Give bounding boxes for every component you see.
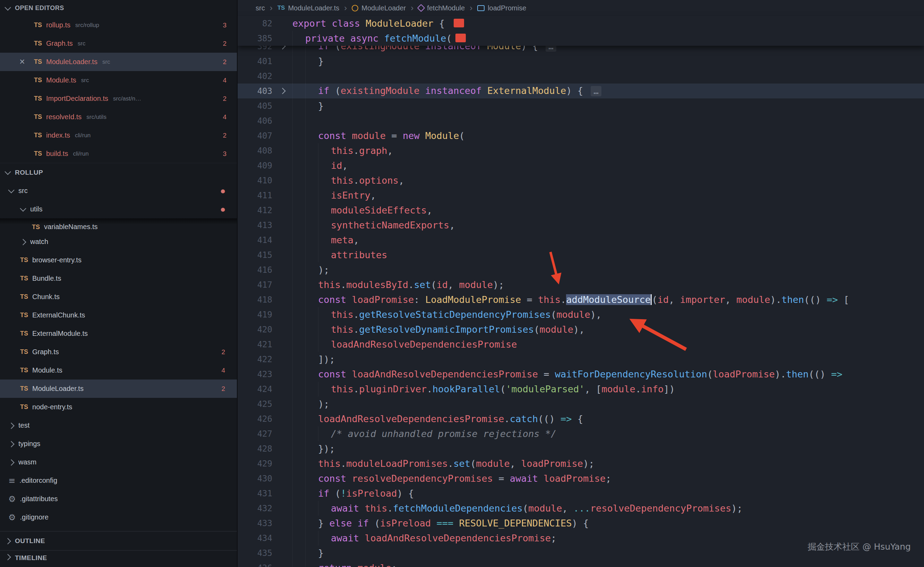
tree-folder-typings[interactable]: typings — [0, 435, 237, 453]
code-line-409[interactable]: 409id, — [238, 158, 924, 173]
tree-root-header[interactable]: ROLLUP — [0, 163, 237, 182]
code-text: return module; — [292, 560, 397, 567]
code-line-401[interactable]: 401} — [238, 54, 924, 69]
tree-item-label: ModuleLoader.ts — [32, 385, 84, 393]
ts-file-icon: TS — [20, 330, 28, 337]
code-line-412[interactable]: 412moduleSideEffects, — [238, 203, 924, 218]
open-editor-filepath: cli/run — [75, 132, 90, 139]
tree-file-Module.ts[interactable]: TSModule.ts4 — [0, 361, 237, 380]
code-line-432[interactable]: 432await this.fetchModuleDependencies(mo… — [238, 501, 924, 516]
code-text: this.options, — [292, 173, 404, 188]
tree-file-Bundle.ts[interactable]: TSBundle.ts — [0, 269, 237, 288]
open-editor-item[interactable]: TSModule.tssrc4 — [0, 71, 237, 89]
code-line-427[interactable]: 427/* avoid unhandled promise rejections… — [238, 426, 924, 441]
tree-folder-utils[interactable]: utils● — [0, 200, 237, 218]
code-line-421[interactable]: 421loadAndResolveDependenciesPromise — [238, 337, 924, 352]
open-editor-item[interactable]: TSresolveId.tssrc/utils4 — [0, 108, 237, 126]
code-line-436[interactable]: 436return module; — [238, 560, 924, 567]
close-icon[interactable]: × — [20, 57, 34, 66]
code-line-433[interactable]: 433} else if (isPreload === RESOLVE_DEPE… — [238, 516, 924, 531]
line-number: 425 — [238, 399, 272, 409]
code-line-403[interactable]: 403if (existingModule instanceof Externa… — [238, 84, 924, 98]
code-line-425[interactable]: 425); — [238, 396, 924, 411]
code-line-416[interactable]: 416); — [238, 262, 924, 277]
tree-folder-wasm[interactable]: wasm — [0, 453, 237, 471]
code-text: const loadPromise: LoadModulePromise = t… — [292, 292, 849, 307]
code-line-429[interactable]: 429this.moduleLoadPromises.set(module, l… — [238, 456, 924, 471]
code-line-420[interactable]: 420this.getResolveDynamicImportPromises(… — [238, 322, 924, 337]
outline-header[interactable]: OUTLINE — [0, 531, 237, 550]
tree-file-node-entry.ts[interactable]: TSnode-entry.ts — [0, 398, 237, 416]
code-line-411[interactable]: 411isEntry, — [238, 188, 924, 203]
code-line-407[interactable]: 407const module = new Module( — [238, 128, 924, 143]
breadcrumb-item-ModuleLoader[interactable]: ModuleLoader — [352, 4, 406, 12]
fold-collapsed-icon[interactable] — [272, 89, 292, 93]
code-editor: src›TSModuleLoader.ts›ModuleLoader›fetch… — [238, 0, 924, 567]
tree-file-variableNames.ts[interactable]: TSvariableNames.ts — [0, 218, 237, 232]
tree-folder-watch[interactable]: watch — [0, 232, 237, 251]
tree-item-label: utils — [30, 205, 43, 213]
tree-file-.lintstagedrc.js[interactable]: JS.lintstagedrc.js — [0, 526, 237, 531]
code-line-426[interactable]: 426loadAndResolveDependenciesPromise.cat… — [238, 411, 924, 426]
code-line-82[interactable]: 82export class ModuleLoader { — [238, 16, 924, 31]
code-text: this.pluginDriver.hookParallel('modulePa… — [292, 382, 675, 396]
code-line-413[interactable]: 413syntheticNamedExports, — [238, 218, 924, 232]
tree-file-.gitattributes[interactable]: ⚙.gitattributes — [0, 490, 237, 508]
code-line-410[interactable]: 410this.options, — [238, 173, 924, 188]
code-viewport[interactable]: 392if (existingModule instanceof Module)… — [238, 46, 924, 567]
tree-item-label: ExternalModule.ts — [32, 330, 88, 338]
open-editor-item[interactable]: TSImportDeclaration.tssrc/ast/n…2 — [0, 89, 237, 108]
tree-file-Graph.ts[interactable]: TSGraph.ts2 — [0, 343, 237, 361]
code-line-385[interactable]: 385private async fetchModule( — [238, 31, 924, 46]
open-editor-item[interactable]: TSGraph.tssrc2 — [0, 34, 237, 52]
line-number: 407 — [238, 131, 272, 141]
code-line-406[interactable]: 406 — [238, 113, 924, 128]
tree-folder-src[interactable]: src● — [0, 182, 237, 200]
code-line-402[interactable]: 402 — [238, 69, 924, 84]
code-line-392[interactable]: 392if (existingModule instanceof Module)… — [238, 46, 924, 54]
tree-file-ExternalModule.ts[interactable]: TSExternalModule.ts — [0, 324, 237, 343]
open-editor-item[interactable]: TSbuild.tscli/run3 — [0, 144, 237, 163]
tree-item-label: .editorconfig — [20, 477, 57, 484]
tree-file-Chunk.ts[interactable]: TSChunk.ts — [0, 288, 237, 306]
code-line-430[interactable]: 430const resolveDependencyPromises = awa… — [238, 471, 924, 486]
open-editor-item[interactable]: TSindex.tscli/run2 — [0, 126, 237, 144]
open-editor-item[interactable]: TSrollup.tssrc/rollup3 — [0, 16, 237, 34]
code-line-408[interactable]: 408this.graph, — [238, 143, 924, 158]
code-line-424[interactable]: 424this.pluginDriver.hookParallel('modul… — [238, 382, 924, 396]
ts-file-icon: TS — [34, 150, 42, 158]
code-text: if (existingModule instanceof ExternalMo… — [292, 83, 602, 99]
breadcrumb-item-loadPromise[interactable]: loadPromise — [477, 4, 526, 12]
code-text: }); — [292, 441, 335, 456]
code-line-418[interactable]: 418const loadPromise: LoadModulePromise … — [238, 292, 924, 307]
breadcrumb-item-fetchModule[interactable]: fetchModule — [418, 4, 465, 12]
breadcrumb: src›TSModuleLoader.ts›ModuleLoader›fetch… — [238, 0, 924, 16]
code-line-423[interactable]: 423const loadAndResolveDependenciesPromi… — [238, 367, 924, 382]
code-line-431[interactable]: 431if (!isPreload) { — [238, 486, 924, 501]
breadcrumb-item-ModuleLoader.ts[interactable]: TSModuleLoader.ts — [277, 4, 340, 12]
code-line-405[interactable]: 405} — [238, 98, 924, 113]
fold-collapsed-icon[interactable] — [272, 46, 292, 48]
breadcrumb-item-src[interactable]: src — [256, 4, 265, 12]
sticky-scroll: 82export class ModuleLoader { 385private… — [238, 16, 924, 46]
tree-item-label: Chunk.ts — [32, 293, 60, 301]
code-text: } else if (isPreload === RESOLVE_DEPENDE… — [292, 516, 588, 531]
code-line-414[interactable]: 414meta, — [238, 232, 924, 248]
timeline-header[interactable]: TIMELINE — [0, 550, 237, 567]
code-line-415[interactable]: 415attributes — [238, 248, 924, 262]
open-editors-header[interactable]: OPEN EDITORS — [0, 0, 237, 16]
tree-folder-test[interactable]: test — [0, 416, 237, 435]
tree-file-ModuleLoader.ts[interactable]: TSModuleLoader.ts2 — [0, 380, 237, 398]
code-line-419[interactable]: 419this.getResolveStaticDependencyPromis… — [238, 307, 924, 322]
code-line-428[interactable]: 428}); — [238, 441, 924, 456]
code-text: } — [292, 546, 324, 560]
tree-file-.editorconfig[interactable]: ≡.editorconfig — [0, 471, 237, 490]
tree-file-ExternalChunk.ts[interactable]: TSExternalChunk.ts — [0, 306, 237, 324]
code-line-417[interactable]: 417this.modulesById.set(id, module); — [238, 277, 924, 292]
code-line-422[interactable]: 422]); — [238, 352, 924, 367]
tree-file-browser-entry.ts[interactable]: TSbrowser-entry.ts — [0, 251, 237, 269]
tree-file-.gitignore[interactable]: ⚙.gitignore — [0, 508, 237, 526]
open-editor-item[interactable]: ×TSModuleLoader.tssrc2 — [0, 52, 237, 71]
line-number: 412 — [238, 206, 272, 215]
chevron-down-icon — [20, 205, 26, 212]
